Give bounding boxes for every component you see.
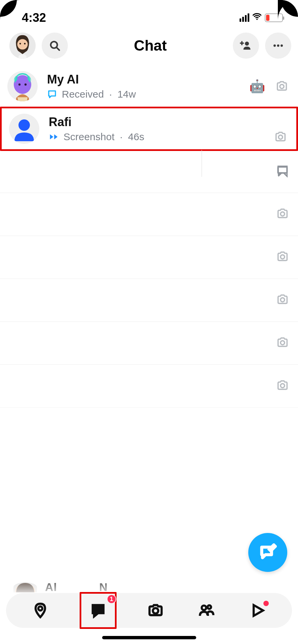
empty-row — [0, 236, 298, 279]
svg-point-32 — [153, 608, 158, 613]
nav-stories[interactable] — [195, 599, 218, 622]
chat-time: 46s — [128, 131, 144, 143]
svg-point-28 — [281, 341, 285, 345]
svg-point-9 — [245, 42, 249, 46]
svg-point-14 — [281, 45, 283, 47]
chat-avatar — [9, 114, 39, 144]
camera-icon[interactable] — [276, 336, 289, 351]
svg-point-5 — [19, 43, 21, 45]
chat-time: 14w — [117, 89, 136, 100]
empty-row — [0, 193, 298, 236]
more-options-button[interactable] — [265, 33, 291, 59]
chat-bubble-icon[interactable] — [276, 164, 289, 179]
chat-info: My AI Received 14w — [47, 72, 249, 100]
svg-point-27 — [281, 298, 285, 302]
home-indicator — [102, 636, 196, 639]
peek-avatar — [13, 582, 37, 592]
svg-point-18 — [25, 83, 27, 85]
nav-chat[interactable]: 1 — [80, 592, 117, 629]
battery-icon: 20 — [265, 13, 283, 22]
svg-point-26 — [281, 255, 285, 259]
camera-icon[interactable] — [276, 207, 289, 222]
svg-point-24 — [279, 135, 283, 139]
empty-row — [0, 365, 298, 408]
svg-point-34 — [208, 605, 211, 609]
received-chat-icon — [47, 89, 57, 99]
camera-icon[interactable] — [276, 379, 289, 393]
spotlight-dot — [263, 601, 269, 606]
swipe-hint-row — [0, 150, 298, 193]
nav-camera[interactable] — [144, 599, 167, 622]
svg-marker-22 — [50, 135, 53, 140]
new-chat-fab[interactable] — [248, 533, 287, 572]
empty-row — [0, 279, 298, 322]
chat-subtitle: Screenshot 46s — [49, 131, 296, 143]
chat-info: Rafi Screenshot 46s — [49, 115, 296, 143]
search-button[interactable] — [42, 33, 68, 59]
bottom-nav: 1 — [6, 593, 292, 628]
cellular-icon — [240, 13, 249, 22]
nav-spotlight[interactable] — [246, 599, 269, 622]
chat-badge: 1 — [107, 594, 116, 604]
svg-point-0 — [256, 19, 258, 20]
chat-avatar — [7, 71, 38, 101]
status-time: 4:32 — [22, 11, 46, 25]
screenshot-icon — [49, 132, 59, 142]
quick-snap-button[interactable] — [274, 79, 289, 94]
status-bar: 4:32 20 — [0, 0, 298, 29]
chat-name: My AI — [47, 72, 249, 87]
chat-list: My AI Received 14w 🤖 Rafi — [0, 65, 298, 151]
svg-point-31 — [38, 606, 42, 610]
camera-icon[interactable] — [276, 250, 289, 265]
svg-marker-35 — [254, 605, 263, 616]
svg-point-4 — [17, 39, 28, 50]
svg-line-8 — [56, 47, 59, 50]
svg-point-12 — [273, 45, 276, 47]
nav-map[interactable] — [29, 599, 52, 622]
chat-subtitle: Received 14w — [47, 89, 249, 100]
svg-marker-23 — [54, 135, 57, 140]
svg-point-29 — [281, 384, 285, 388]
camera-icon[interactable] — [276, 293, 289, 308]
quick-snap-button[interactable] — [273, 129, 288, 144]
svg-point-25 — [281, 212, 285, 216]
svg-point-6 — [24, 43, 26, 45]
chat-status-text: Screenshot — [63, 131, 115, 143]
profile-avatar[interactable] — [9, 33, 36, 59]
chat-status-text: Received — [62, 89, 104, 100]
svg-point-33 — [202, 605, 206, 610]
chat-row-rafi[interactable]: Rafi Screenshot 46s — [0, 107, 298, 151]
svg-point-21 — [18, 119, 30, 131]
svg-point-19 — [280, 84, 284, 88]
chat-row-my-ai[interactable]: My AI Received 14w 🤖 — [0, 65, 298, 108]
ghost-rows — [0, 150, 298, 408]
svg-point-17 — [18, 83, 20, 85]
page-title: Chat — [74, 37, 227, 54]
svg-point-13 — [277, 45, 280, 47]
status-icons: 20 — [240, 12, 283, 23]
empty-row — [0, 322, 298, 365]
add-friend-button[interactable] — [233, 33, 259, 59]
wifi-icon — [252, 12, 262, 23]
chat-name: Rafi — [49, 115, 296, 129]
chat-header: Chat — [0, 29, 298, 65]
robot-emoji-icon: 🤖 — [249, 79, 265, 94]
